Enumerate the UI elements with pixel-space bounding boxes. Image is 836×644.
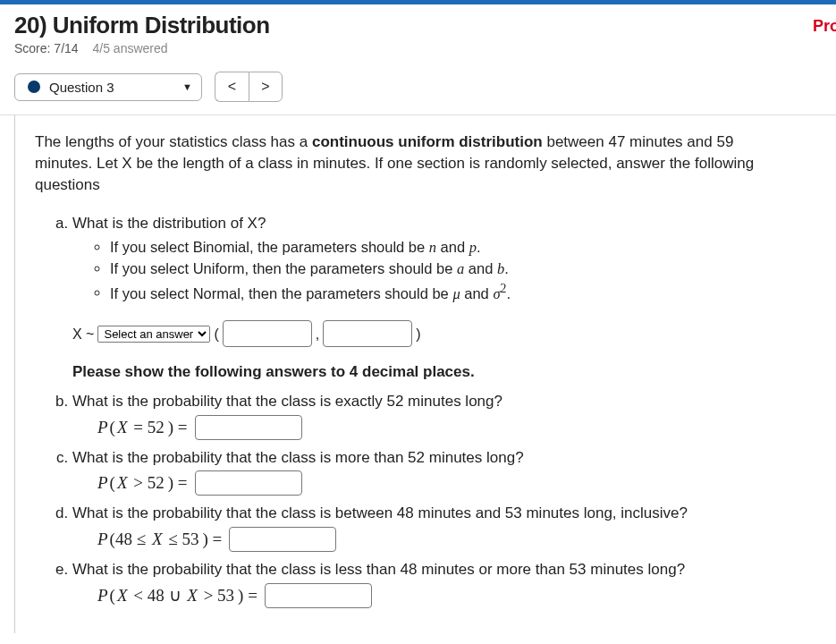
comma: , (316, 324, 319, 344)
pe-open: ( (108, 586, 117, 605)
part-c-answer-input[interactable] (195, 470, 302, 496)
hint-normal: If you select Normal, then the parameter… (110, 280, 799, 304)
pd-var: X (152, 530, 163, 548)
part-a: What is the distribution of X? If you se… (72, 213, 799, 384)
intro-pre: The lengths of your statistics class has… (35, 133, 312, 150)
part-c-prompt: What is the probability that the class i… (72, 449, 524, 466)
part-e-prompt: What is the probability that the class i… (72, 561, 685, 578)
pb-p: P (97, 418, 108, 436)
pc-p: P (97, 473, 108, 492)
hint-binomial-and: and (436, 239, 469, 255)
answered-count: 4/5 answered (93, 41, 168, 55)
pd-open: (48 ≤ (108, 530, 152, 548)
score-value: Score: 7/14 (14, 41, 79, 55)
part-a-hints: If you select Binomial, the parameters s… (72, 237, 799, 304)
part-b-expression: P(X = 52) = (97, 415, 799, 440)
chevron-down-icon: ▼ (182, 81, 192, 92)
pe-close: ) = (236, 586, 259, 605)
hint-uniform-and: and (464, 260, 497, 276)
pb-close: ) = (166, 418, 190, 436)
intro-bold: continuous uniform distribution (312, 133, 543, 150)
part-e-answer-input[interactable] (265, 583, 372, 608)
part-e: What is the probability that the class i… (72, 559, 799, 608)
pc-rel: > 52 (128, 473, 166, 492)
hint-normal-and: and (460, 284, 494, 301)
math-sigma: σ (493, 284, 500, 301)
x-tilde-label: X ~ (72, 324, 94, 344)
pb-var: X (117, 418, 128, 436)
hint-normal-pre: If you select Normal, then the parameter… (110, 284, 452, 301)
pb-rel: = 52 (128, 418, 166, 436)
question-nav-row: Question 3 ▼ < > (14, 72, 836, 102)
part-a-answer-row: X ~ Select an answer ( , ) (72, 320, 799, 347)
question-picker[interactable]: Question 3 ▼ (14, 73, 202, 101)
pc-close: ) = (166, 473, 190, 492)
part-b-answer-input[interactable] (195, 415, 302, 440)
hint-binomial: If you select Binomial, the parameters s… (110, 237, 799, 258)
math-mu: μ (452, 284, 460, 301)
pd-p: P (97, 530, 108, 548)
proctor-badge: Pro (813, 17, 836, 36)
hint-uniform-post: . (504, 260, 509, 276)
question-content: The lengths of your statistics class has… (14, 115, 819, 633)
part-c-expression: P(X > 52) = (97, 470, 799, 496)
pb-open: ( (108, 418, 117, 436)
part-e-expression: P(X < 48 ∪ X > 53) = (97, 583, 799, 608)
part-b: What is the probability that the class i… (72, 391, 799, 440)
part-c: What is the probability that the class i… (72, 447, 799, 496)
pe-rel1: < 48 ∪ (128, 586, 188, 605)
page-title: 20) Uniform Distribution (14, 12, 822, 39)
question-intro: The lengths of your statistics class has… (35, 131, 768, 195)
math-a: a (457, 260, 464, 277)
lparen: ( (214, 324, 218, 344)
hint-binomial-pre: If you select Binomial, the parameters s… (110, 239, 429, 255)
chevron-right-icon: > (261, 79, 269, 95)
pe-p: P (97, 586, 108, 605)
pc-var: X (117, 473, 128, 492)
pe-rel2: > 53 (198, 586, 236, 605)
page-header: 20) Uniform Distribution Score: 7/14 4/5… (0, 10, 836, 59)
part-d: What is the probability that the class i… (72, 503, 799, 552)
part-d-answer-input[interactable] (229, 527, 336, 552)
next-question-button[interactable]: > (249, 72, 283, 102)
decimal-note: Please show the following answers to 4 d… (72, 361, 799, 384)
rparen: ) (416, 324, 420, 344)
pe-var1: X (117, 586, 128, 605)
top-accent-bar (0, 0, 836, 4)
part-d-expression: P(48 ≤ X ≤ 53) = (97, 527, 799, 552)
part-b-prompt: What is the probability that the class i… (72, 393, 502, 410)
hint-binomial-post: . (477, 239, 481, 255)
hint-uniform: If you select Uniform, then the paramete… (110, 258, 799, 280)
status-dot-icon (28, 80, 40, 93)
math-b: b (497, 260, 504, 277)
part-d-prompt: What is the probability that the class i… (72, 504, 688, 521)
param1-input[interactable] (223, 320, 312, 347)
pe-var2: X (187, 586, 198, 605)
math-p: p (469, 239, 477, 256)
part-a-prompt: What is the distribution of X? (72, 215, 266, 232)
question-picker-label: Question 3 (49, 80, 114, 95)
chevron-left-icon: < (228, 79, 236, 95)
hint-normal-post: . (506, 284, 511, 301)
pc-open: ( (108, 473, 117, 492)
prev-next-group: < > (215, 72, 283, 102)
pd-rel: ≤ 53 (162, 530, 200, 548)
score-line: Score: 7/14 4/5 answered (14, 41, 822, 55)
parts-list: What is the distribution of X? If you se… (35, 213, 799, 607)
hint-uniform-pre: If you select Uniform, then the paramete… (110, 260, 457, 276)
math-n: n (429, 239, 436, 256)
distribution-select[interactable]: Select an answer (97, 326, 210, 343)
param2-input[interactable] (323, 320, 412, 347)
prev-question-button[interactable]: < (215, 72, 249, 102)
pd-close: ) = (200, 530, 224, 548)
